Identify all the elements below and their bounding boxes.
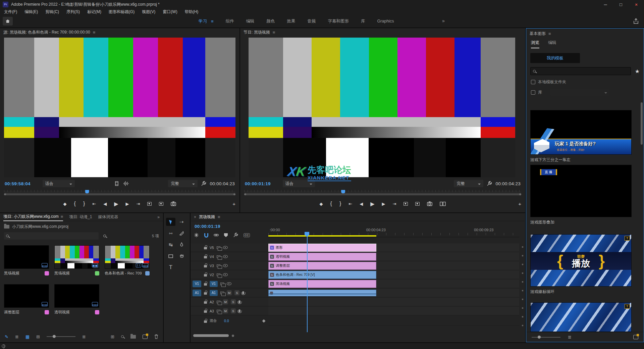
clear-trash-icon[interactable] [154, 334, 158, 339]
eye-icon[interactable] [227, 282, 231, 285]
lock-icon[interactable] [204, 292, 207, 295]
project-panel-menu-icon[interactable]: ≡ [61, 214, 63, 219]
workspace-tab-assembly[interactable]: 组件 [226, 18, 234, 24]
lock-icon[interactable] [204, 310, 207, 313]
eg-sort-icon[interactable]: ≣ [568, 335, 572, 340]
home-button[interactable] [3, 17, 13, 26]
solo-button[interactable]: S [231, 299, 236, 304]
step-forward-icon[interactable]: ▶ [382, 201, 385, 206]
selection-tool[interactable] [166, 218, 175, 226]
timeline-tab-label[interactable]: 黑场视频 [199, 214, 215, 220]
eye-icon[interactable] [223, 273, 228, 276]
menu-help[interactable]: 帮助(H) [185, 9, 199, 15]
rectangle-tool[interactable] [166, 252, 175, 260]
library-row[interactable]: 库 [531, 89, 639, 96]
icon-view-icon[interactable]: ▦ [25, 334, 30, 339]
project-item[interactable]: 黑场视频 [4, 245, 49, 276]
tab-browse[interactable]: 浏览 [531, 40, 539, 48]
automate-to-sequence-icon[interactable]: ⊞ [111, 334, 114, 339]
track-select-forward-tool[interactable]: ⇢ [177, 218, 186, 226]
track-header-v3[interactable]: V3 [191, 261, 268, 270]
solo-button[interactable]: S [234, 290, 239, 295]
lock-icon[interactable] [204, 265, 207, 267]
sync-lock-icon[interactable] [217, 310, 220, 312]
goto-out-icon[interactable]: ⇥ [137, 201, 140, 206]
step-back-icon[interactable]: ◀ [360, 201, 363, 206]
program-zoom-scrollbar[interactable] [244, 193, 521, 195]
track-name[interactable]: A3 [210, 309, 214, 313]
eye-icon[interactable] [223, 246, 228, 249]
drag-video-icon[interactable] [114, 181, 119, 186]
workspace-tab-learning[interactable]: 学习 [199, 18, 207, 24]
track-header-mix[interactable]: 混合 0.0 [191, 316, 268, 325]
track-header-v2[interactable]: V2 [191, 270, 268, 279]
menu-marker[interactable]: 标记(M) [87, 9, 101, 15]
pen-tool[interactable] [177, 241, 186, 249]
workspace-tab-audio[interactable]: 音频 [308, 18, 316, 24]
program-resolution-select[interactable]: 完整 [454, 180, 483, 187]
goto-out-icon[interactable]: ⇥ [393, 201, 396, 206]
program-timecode[interactable]: 00:00:01:19 [245, 181, 271, 186]
project-item[interactable]: 调整图层 [4, 284, 49, 315]
timeline-content[interactable]: :00:00 00:00:04:23 00:00:09:23 fx 图形 fx … [268, 213, 519, 342]
mic-icon[interactable] [238, 300, 240, 303]
export-frame-icon[interactable] [427, 201, 432, 206]
eye-icon[interactable] [223, 255, 228, 258]
insert-icon[interactable] [147, 202, 152, 206]
project-item[interactable]: 黑场视频 [54, 245, 99, 276]
source-zoom-select[interactable]: 适合 [43, 180, 75, 187]
workspace-tab-menu-icon[interactable]: ≡ [211, 19, 214, 24]
label-swatch[interactable] [145, 271, 150, 276]
timeline-panel-menu-icon[interactable]: ≡ [218, 214, 220, 219]
template-item-lower-third[interactable]: 玩家 1 是否准备好? 各就各位，准备，开始! 游戏下方三分之一靠左 [530, 110, 632, 163]
export-frame-icon[interactable] [171, 201, 176, 206]
timeline-tab-close-icon[interactable]: × [194, 215, 196, 219]
mark-out-icon[interactable]: } [339, 201, 341, 207]
project-tab-overflow-icon[interactable]: » [157, 215, 160, 219]
track-name[interactable]: V4 [210, 255, 214, 259]
button-editor-icon[interactable]: + [232, 201, 235, 207]
source-patch-a1[interactable]: A1 [193, 290, 201, 296]
tab-media-browser[interactable]: 媒体浏览器 [98, 213, 118, 221]
thumbnail-zoom-slider[interactable] [47, 336, 75, 337]
lock-icon[interactable] [204, 247, 207, 249]
mute-button[interactable]: M [223, 299, 228, 304]
timeline-horizontal-scrollbar[interactable] [193, 334, 229, 337]
favorites-star-icon[interactable]: ★ [635, 68, 640, 74]
template-size-slider[interactable] [532, 337, 560, 338]
menu-clip[interactable]: 剪辑(C) [45, 9, 59, 15]
overwrite-icon[interactable] [159, 202, 163, 206]
template-item-partial[interactable]: T [530, 302, 632, 332]
track-name[interactable]: A2 [210, 300, 214, 304]
source-resolution-select[interactable]: 完整 [168, 180, 198, 187]
find-icon[interactable] [121, 335, 124, 338]
project-item[interactable]: 色条和色调 - Rec 709 [105, 245, 150, 276]
solo-button[interactable]: S [231, 308, 236, 313]
source-patch-v1[interactable]: V1 [193, 281, 201, 287]
razor-tool[interactable] [177, 229, 186, 237]
new-bin-icon[interactable] [130, 335, 136, 339]
maximize-button[interactable]: □ [613, 0, 629, 9]
type-tool[interactable]: T [166, 263, 175, 271]
lock-icon[interactable] [204, 301, 207, 304]
clip-graphics[interactable]: fx 图形 [268, 244, 376, 252]
lock-icon[interactable] [204, 256, 207, 258]
mic-icon[interactable] [238, 309, 240, 312]
source-scrubber[interactable] [4, 190, 235, 195]
timeline-timecode[interactable]: 00:00:01:19 [195, 224, 220, 229]
linked-selection-icon[interactable] [214, 233, 219, 237]
sync-lock-icon[interactable] [217, 301, 220, 303]
track-header-a3[interactable]: A3 M S [191, 307, 268, 315]
eye-icon[interactable] [223, 264, 228, 267]
template-item-logo-loop[interactable]: { 联赛 播放 } T 游戏徽标循环 [530, 234, 632, 295]
goto-in-icon[interactable]: ⇤ [92, 201, 96, 206]
menu-sequence[interactable]: 序列(S) [66, 9, 80, 15]
new-layer-icon[interactable] [633, 335, 638, 339]
menu-view[interactable]: 视图(V) [142, 9, 155, 15]
track-header-v4[interactable]: V4 [191, 252, 268, 261]
sync-lock-icon[interactable] [220, 292, 224, 294]
sync-lock-icon[interactable] [220, 283, 224, 285]
extract-icon[interactable] [415, 202, 420, 206]
menu-edit[interactable]: 编辑(E) [24, 9, 38, 15]
ripple-edit-tool[interactable]: ⇿ [166, 229, 175, 237]
